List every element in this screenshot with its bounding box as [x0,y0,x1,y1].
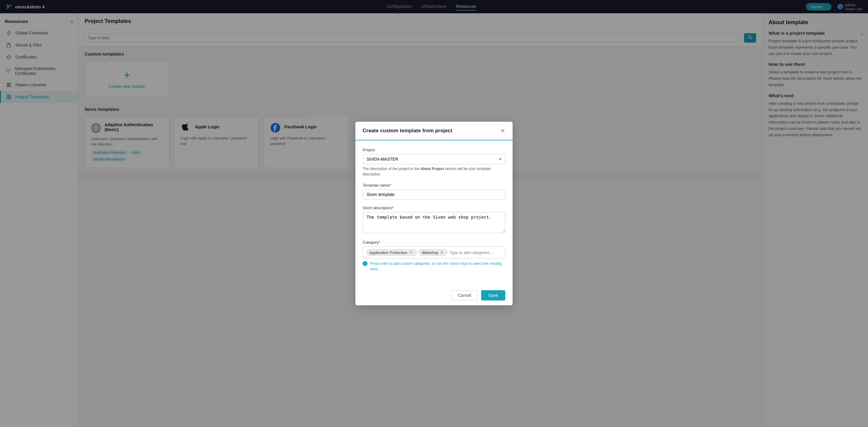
category-field-container[interactable]: Application Protection ✕ Webshop ✕ [363,247,505,259]
project-select-wrapper: SIVEN-MASTER ▼ [363,154,505,164]
modal-title: Create custom template from project [363,128,453,134]
modal-footer: Cancel Save [355,285,513,305]
category-tag-webshop: Webshop ✕ [418,249,448,256]
modal-header: Create custom template from project ✕ [355,122,513,140]
save-button[interactable]: Save [481,290,505,300]
project-field-group: Project SIVEN-MASTER ▼ The description o… [363,148,505,177]
hint-bold: About Project [421,167,444,171]
hint-prefix: The description of the project in the [363,167,421,171]
category-hint: i Press enter to add custom categories, … [363,261,505,272]
project-hint: The description of the project in the Ab… [363,166,505,177]
template-name-label: Template name* [363,183,505,188]
modal-overlay[interactable]: Create custom template from project ✕ Pr… [0,0,868,427]
category-group: Category* Application Protection ✕ Websh… [363,240,505,272]
info-icon: i [363,261,368,266]
category-tag-app-protection: Application Protection ✕ [366,249,417,256]
remove-webshop-tag[interactable]: ✕ [439,250,444,255]
remove-app-protection-tag[interactable]: ✕ [409,250,413,255]
short-description-group: Short description* The template based on… [363,206,505,234]
project-select[interactable]: SIVEN-MASTER [363,154,505,164]
category-hint-text: Press enter to add custom categories, or… [370,261,505,272]
template-name-group: Template name* [363,183,505,200]
cancel-button[interactable]: Cancel [452,290,477,300]
modal-close-button[interactable]: ✕ [500,127,505,134]
category-input[interactable] [450,250,502,255]
category-label: Category* [363,240,505,244]
short-description-label: Short description* [363,206,505,210]
template-name-input[interactable] [363,189,505,200]
category-tag-label: Webshop [422,250,438,255]
project-label: Project [363,148,505,152]
modal-body: Project SIVEN-MASTER ▼ The description o… [355,140,513,285]
create-template-modal: Create custom template from project ✕ Pr… [355,122,513,305]
short-description-input[interactable]: The template based on the Siven web shop… [363,212,505,233]
category-tag-label: Application Protection [369,250,407,255]
